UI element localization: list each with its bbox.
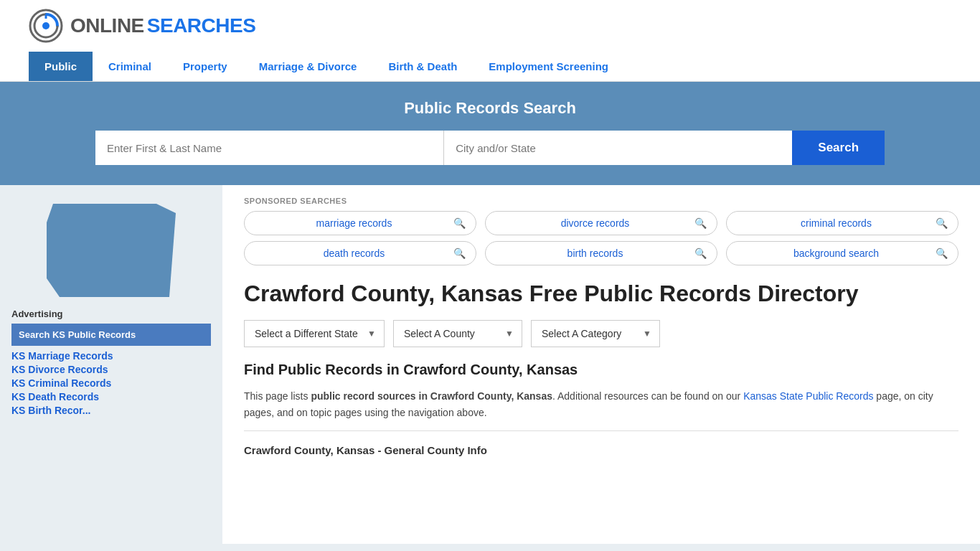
- advertising-label: Advertising: [11, 309, 211, 319]
- dropdowns-row: Select a Different State ▼ Select A Coun…: [244, 320, 958, 347]
- category-dropdown-wrapper: Select A Category ▼: [531, 320, 660, 347]
- pill-background-search[interactable]: background search 🔍: [726, 241, 958, 265]
- pill-search-icon-3: 🔍: [453, 248, 466, 259]
- county-dropdown-wrapper: Select A County ▼: [393, 320, 522, 347]
- pill-search-icon-0: 🔍: [453, 217, 466, 229]
- state-dropdown-wrapper: Select a Different State ▼: [244, 320, 385, 347]
- logo-online-text: ONLINE: [70, 14, 144, 37]
- pill-search-icon-1: 🔍: [694, 217, 707, 229]
- description-text: This page lists public record sources in…: [244, 388, 958, 420]
- pill-divorce-records[interactable]: divorce records 🔍: [485, 211, 717, 235]
- logo-text: ONLINE SEARCHES: [70, 14, 255, 37]
- sidebar-link-marriage[interactable]: KS Marriage Records: [11, 350, 211, 362]
- logo-icon: [29, 9, 63, 43]
- pill-criminal-text: criminal records: [737, 217, 936, 229]
- description-bold: public record sources in Crawford County…: [311, 390, 552, 402]
- sponsored-label: SPONSORED SEARCHES: [244, 197, 958, 205]
- pill-search-icon-2: 🔍: [936, 217, 948, 229]
- kansas-records-link[interactable]: Kansas State Public Records: [743, 390, 873, 402]
- name-input[interactable]: [95, 131, 444, 165]
- sidebar-links: KS Marriage Records KS Divorce Records K…: [11, 350, 211, 416]
- hero-title: Public Records Search: [29, 99, 951, 118]
- sidebar-link-divorce[interactable]: KS Divorce Records: [11, 364, 211, 375]
- pill-marriage-text: marriage records: [255, 217, 453, 229]
- description-part1: This page lists: [244, 390, 311, 402]
- general-info-heading: Crawford County, Kansas - General County…: [244, 438, 958, 462]
- nav-item-criminal[interactable]: Criminal: [93, 52, 167, 81]
- nav-item-public[interactable]: Public: [29, 52, 93, 81]
- category-dropdown[interactable]: Select A Category: [531, 320, 660, 347]
- pill-divorce-text: divorce records: [496, 217, 694, 229]
- search-button[interactable]: Search: [792, 131, 885, 165]
- sidebar-link-death[interactable]: KS Death Records: [11, 391, 211, 402]
- nav-item-employment[interactable]: Employment Screening: [473, 52, 624, 81]
- sidebar-link-birth[interactable]: KS Birth Recor...: [11, 405, 211, 416]
- section-divider: [244, 430, 958, 431]
- sponsored-grid: marriage records 🔍 divorce records 🔍 cri…: [244, 211, 958, 265]
- hero-banner: Public Records Search Search: [0, 82, 980, 185]
- pill-birth-records[interactable]: birth records 🔍: [485, 241, 717, 265]
- pill-criminal-records[interactable]: criminal records 🔍: [726, 211, 958, 235]
- pill-birth-text: birth records: [496, 248, 694, 259]
- state-dropdown[interactable]: Select a Different State: [244, 320, 385, 347]
- search-bar: Search: [95, 131, 885, 165]
- svg-point-1: [42, 22, 50, 29]
- logo-area: ONLINE SEARCHES: [29, 9, 951, 43]
- nav-item-property[interactable]: Property: [167, 52, 243, 81]
- sidebar-link-criminal[interactable]: KS Criminal Records: [11, 377, 211, 389]
- main-nav: Public Criminal Property Marriage & Divo…: [29, 52, 951, 81]
- find-public-records-heading: Find Public Records in Crawford County, …: [244, 362, 958, 378]
- state-map-image: [47, 204, 176, 297]
- description-part2: . Additional resources can be found on o…: [552, 390, 743, 402]
- main-container: Advertising Search KS Public Records KS …: [0, 185, 980, 544]
- page-heading: Crawford County, Kansas Free Public Reco…: [244, 280, 958, 307]
- header: ONLINE SEARCHES Public Criminal Property…: [0, 0, 980, 82]
- pill-search-icon-4: 🔍: [694, 248, 707, 259]
- nav-item-birth-death[interactable]: Birth & Death: [372, 52, 473, 81]
- county-dropdown[interactable]: Select A County: [393, 320, 522, 347]
- sidebar: Advertising Search KS Public Records KS …: [0, 185, 222, 544]
- logo-searches-text: SEARCHES: [147, 14, 256, 37]
- pill-death-text: death records: [255, 248, 453, 259]
- pill-marriage-records[interactable]: marriage records 🔍: [244, 211, 476, 235]
- location-input[interactable]: [444, 131, 792, 165]
- pill-search-icon-5: 🔍: [936, 248, 948, 259]
- pill-background-text: background search: [737, 248, 936, 259]
- sidebar-ad-box[interactable]: Search KS Public Records: [11, 324, 211, 346]
- content-area: SPONSORED SEARCHES marriage records 🔍 di…: [222, 185, 980, 544]
- nav-item-marriage-divorce[interactable]: Marriage & Divorce: [243, 52, 373, 81]
- pill-death-records[interactable]: death records 🔍: [244, 241, 476, 265]
